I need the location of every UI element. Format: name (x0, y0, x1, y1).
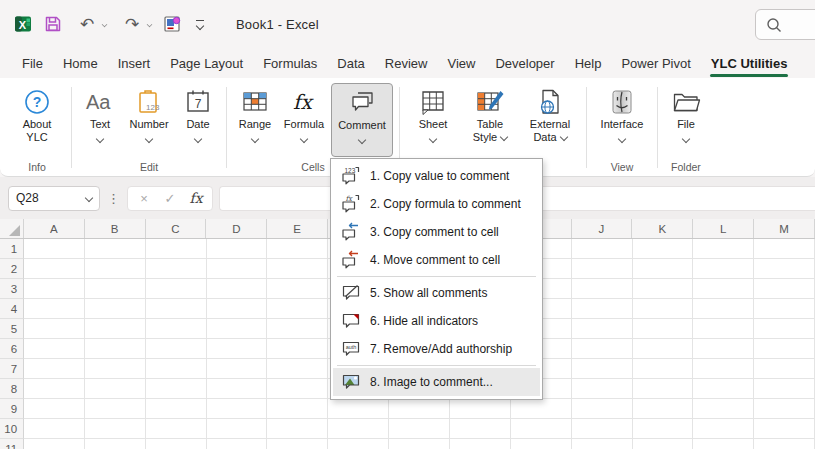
grid-cell[interactable] (24, 299, 85, 319)
grid-cell[interactable] (450, 419, 511, 439)
grid-cell[interactable] (572, 339, 633, 359)
grid-cell[interactable] (572, 239, 633, 259)
row-header[interactable]: 7 (0, 359, 24, 379)
grid-cell[interactable] (24, 359, 85, 379)
tab-home[interactable]: Home (53, 48, 108, 78)
text-button[interactable]: Aa Text (78, 83, 122, 157)
menu-item-copy-formula-to-comment[interactable]: fx 2. Copy formula to comment (333, 190, 540, 218)
grid-cell[interactable] (754, 339, 815, 359)
grid-cell[interactable] (207, 299, 268, 319)
date-button[interactable]: 7 Date (176, 83, 220, 157)
column-header[interactable]: B (85, 219, 146, 238)
grid-cell[interactable] (754, 439, 815, 449)
tab-developer[interactable]: Developer (485, 48, 564, 78)
grid-cell[interactable] (754, 279, 815, 299)
grid-cell[interactable] (85, 419, 146, 439)
grid-cell[interactable] (146, 239, 207, 259)
grid-cell[interactable] (267, 299, 328, 319)
grid-cell[interactable] (328, 419, 389, 439)
grid-cell[interactable] (389, 419, 450, 439)
grid-cell[interactable] (24, 319, 85, 339)
menu-item-copy-comment-to-cell[interactable]: 3. Copy comment to cell (333, 218, 540, 246)
grid-cell[interactable] (207, 399, 268, 419)
grid-cell[interactable] (450, 399, 511, 419)
grid-cell[interactable] (207, 239, 268, 259)
grid-cell[interactable] (267, 279, 328, 299)
grid-cell[interactable] (693, 259, 754, 279)
range-button[interactable]: Range (233, 83, 277, 157)
column-header[interactable]: C (146, 219, 207, 238)
row-header[interactable]: 11 (0, 439, 24, 449)
grid-cell[interactable] (754, 259, 815, 279)
column-header[interactable]: E (267, 219, 328, 238)
column-header[interactable]: J (572, 219, 633, 238)
grid-cell[interactable] (754, 379, 815, 399)
sheet-button[interactable]: Sheet (406, 83, 460, 157)
column-header[interactable]: L (693, 219, 754, 238)
row-header[interactable]: 5 (0, 319, 24, 339)
grid-cell[interactable] (693, 279, 754, 299)
grid-cell[interactable] (328, 399, 389, 419)
grid-cell[interactable] (85, 239, 146, 259)
grid-cell[interactable] (633, 379, 694, 399)
grid-cell[interactable] (207, 259, 268, 279)
tab-review[interactable]: Review (375, 48, 438, 78)
enter-icon[interactable]: ✓ (158, 191, 182, 206)
row-header[interactable]: 1 (0, 239, 24, 259)
grid-cell[interactable] (85, 319, 146, 339)
formula-bar-grip-icon[interactable]: ⋮ (107, 191, 120, 206)
grid-cell[interactable] (633, 399, 694, 419)
row-header[interactable]: 2 (0, 259, 24, 279)
grid-cell[interactable] (572, 259, 633, 279)
name-box-chevron-icon[interactable] (85, 194, 93, 202)
grid-cell[interactable] (633, 419, 694, 439)
grid-cell[interactable] (572, 399, 633, 419)
menu-item-show-all-comments[interactable]: 5. Show all comments (333, 279, 540, 307)
redo-dropdown-icon[interactable] (147, 21, 153, 27)
grid-cell[interactable] (267, 319, 328, 339)
formula-button[interactable]: fx Formula (279, 83, 329, 157)
grid-cell[interactable] (633, 439, 694, 449)
grid-cell[interactable] (450, 439, 511, 449)
grid-cell[interactable] (85, 439, 146, 449)
grid-cell[interactable] (267, 399, 328, 419)
grid-cell[interactable] (693, 399, 754, 419)
grid-cell[interactable] (146, 319, 207, 339)
grid-cell[interactable] (267, 259, 328, 279)
grid-cell[interactable] (693, 419, 754, 439)
menu-item-move-comment-to-cell[interactable]: 4. Move comment to cell (333, 246, 540, 274)
grid-cell[interactable] (85, 299, 146, 319)
grid-cell[interactable] (693, 319, 754, 339)
grid-cell[interactable] (511, 419, 572, 439)
column-header[interactable]: K (632, 219, 693, 238)
grid-cell[interactable] (633, 339, 694, 359)
grid-cell[interactable] (207, 419, 268, 439)
grid-cell[interactable] (24, 439, 85, 449)
grid-cell[interactable] (267, 419, 328, 439)
grid-cell[interactable] (24, 379, 85, 399)
grid-cell[interactable] (24, 239, 85, 259)
grid-cell[interactable] (146, 299, 207, 319)
tab-view[interactable]: View (437, 48, 485, 78)
grid-cell[interactable] (572, 299, 633, 319)
select-all-corner[interactable] (0, 219, 24, 238)
menu-item-hide-all-indicators[interactable]: 6. Hide all indicators (333, 307, 540, 335)
grid-cell[interactable] (633, 359, 694, 379)
grid-cell[interactable] (267, 359, 328, 379)
grid-cell[interactable] (207, 379, 268, 399)
column-header[interactable]: M (754, 219, 815, 238)
grid-cell[interactable] (85, 339, 146, 359)
grid-cell[interactable] (207, 279, 268, 299)
table-style-button[interactable]: Table Style (462, 83, 518, 157)
grid-cell[interactable] (572, 419, 633, 439)
grid-cell[interactable] (511, 399, 572, 419)
excel-logo-icon[interactable]: X (10, 11, 36, 37)
grid-cell[interactable] (572, 379, 633, 399)
grid-cell[interactable] (328, 439, 389, 449)
about-ylc-button[interactable]: ? About YLC (9, 83, 65, 157)
row-header[interactable]: 3 (0, 279, 24, 299)
column-header[interactable]: A (24, 219, 85, 238)
grid-cell[interactable] (511, 439, 572, 449)
grid-cell[interactable] (572, 279, 633, 299)
grid-cell[interactable] (633, 319, 694, 339)
